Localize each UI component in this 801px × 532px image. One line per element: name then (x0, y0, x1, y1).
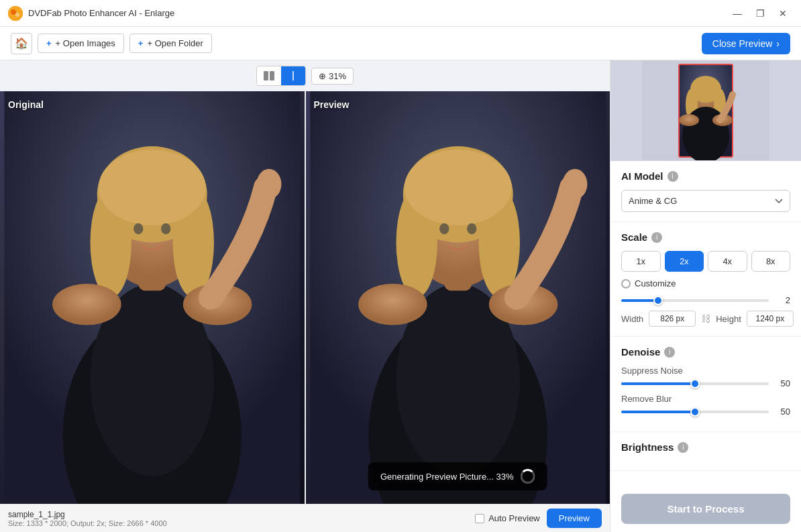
maximize-button[interactable]: ❐ (750, 5, 770, 21)
home-icon: 🏠 (15, 37, 28, 50)
toolbar-right: Close Preview › (702, 33, 790, 54)
suppress-slider-thumb[interactable] (690, 379, 700, 388)
open-folder-label: + Open Folder (147, 38, 203, 48)
brightness-title: Brightness (621, 441, 674, 453)
customize-radio[interactable] (621, 279, 631, 288)
suppress-slider-value: 50 (774, 378, 790, 388)
close-button[interactable]: ✕ (773, 5, 793, 21)
svg-point-32 (358, 284, 427, 325)
close-preview-button[interactable]: Close Preview › (702, 33, 790, 54)
split-view-button[interactable] (257, 66, 281, 85)
scale-slider-value: 2 (774, 295, 790, 305)
link-dimensions-icon[interactable]: ⛓ (701, 313, 710, 324)
scale-slider-track[interactable] (621, 299, 769, 302)
remove-blur-label: Remove Blur (621, 394, 790, 404)
brightness-header: Brightness i (621, 441, 790, 453)
original-person-svg (0, 91, 305, 504)
compare-view-button[interactable] (281, 66, 305, 85)
toolbar: 🏠 + + Open Images + + Open Folder Close … (0, 27, 801, 60)
loading-spinner (521, 469, 535, 484)
right-panel: AI Model i Anime & CG Real-World Portrai… (610, 60, 801, 532)
scale-slider-thumb[interactable] (653, 296, 663, 305)
open-images-button[interactable]: + + Open Images (38, 34, 124, 53)
plus-icon: + (46, 38, 52, 48)
svg-point-34 (562, 169, 587, 199)
svg-point-1 (11, 9, 16, 15)
width-label: Width (621, 314, 643, 324)
svg-point-31 (467, 223, 476, 234)
suppress-slider-fill (621, 382, 695, 385)
start-process-button[interactable]: Start to Process (621, 494, 790, 524)
scale-4x-button[interactable]: 4x (708, 251, 747, 272)
customize-label: Customize (635, 278, 676, 288)
start-btn-area: Start to Process (610, 486, 801, 532)
scale-8x-button[interactable]: 8x (751, 251, 791, 272)
remove-blur-slider-track[interactable] (621, 411, 769, 413)
ai-model-info-icon[interactable]: i (668, 171, 678, 182)
home-button[interactable]: 🏠 (11, 33, 32, 54)
status-bar-right: Auto Preview Preview (475, 509, 602, 528)
original-label: Original (8, 99, 44, 110)
auto-preview-checkbox[interactable] (475, 514, 484, 523)
open-folder-button[interactable]: + + Open Folder (129, 34, 212, 53)
open-images-label: + Open Images (56, 38, 115, 48)
svg-point-15 (99, 150, 206, 225)
ai-model-dropdown[interactable]: Anime & CG Real-World Portrait (621, 190, 790, 212)
denoise-header: Denoise i (621, 346, 790, 358)
brightness-info-icon[interactable]: i (678, 442, 688, 453)
scale-slider-fill (621, 299, 658, 302)
view-toggle (256, 66, 306, 86)
status-bar-left: sample_1_1.jpg Size: 1333 * 2000; Output… (8, 510, 167, 527)
generating-text: Generating Preview Picture... 33% (380, 472, 514, 482)
scale-slider-row: 2 (621, 295, 790, 305)
remove-blur-slider-row: 50 (621, 407, 790, 417)
scale-buttons: 1x 2x 4x 8x (621, 251, 790, 272)
height-input[interactable] (747, 311, 794, 327)
svg-point-16 (134, 223, 143, 234)
remove-blur-slider-fill (621, 411, 695, 413)
file-name: sample_1_1.jpg (8, 510, 167, 519)
preview-image-bg: Preview (306, 91, 610, 504)
svg-rect-4 (270, 71, 274, 81)
ai-model-title: AI Model (621, 170, 663, 182)
suppress-noise-label: Suppress Noise (621, 366, 790, 376)
svg-point-30 (439, 223, 449, 234)
ai-model-header: AI Model i (621, 170, 790, 182)
height-label: Height (716, 314, 741, 324)
svg-point-44 (679, 114, 699, 126)
window-controls: — ❐ ✕ (727, 5, 793, 21)
svg-point-2 (15, 13, 19, 17)
status-bar: sample_1_1.jpg Size: 1333 * 2000; Output… (0, 504, 610, 532)
suppress-slider-track[interactable] (621, 382, 769, 385)
preview-label: Preview (314, 99, 350, 110)
remove-blur-slider-thumb[interactable] (690, 407, 700, 417)
original-image-bg: Original (0, 91, 305, 504)
minimize-button[interactable]: — (727, 5, 747, 21)
remove-blur-slider-value: 50 (774, 407, 790, 417)
svg-rect-3 (264, 71, 268, 81)
plus-folder-icon: + (138, 38, 144, 48)
arrow-right-icon: › (776, 38, 780, 49)
svg-point-20 (257, 169, 282, 199)
width-input[interactable] (649, 311, 696, 327)
image-comparison-area: Original (0, 91, 610, 504)
preview-image-panel: Preview (306, 91, 610, 504)
view-controls: ⊕ 31% (0, 60, 610, 91)
svg-point-29 (404, 150, 511, 225)
scale-info-icon[interactable]: i (651, 232, 662, 243)
denoise-info-icon[interactable]: i (664, 347, 675, 358)
left-panel: ⊕ 31% Original (0, 60, 610, 532)
denoise-section: Denoise i Suppress Noise 50 Remove Blur … (610, 337, 801, 432)
auto-preview-label[interactable]: Auto Preview (475, 513, 540, 523)
scale-1x-button[interactable]: 1x (621, 251, 661, 272)
scale-section: Scale i 1x 2x 4x 8x Customize 2 (610, 222, 801, 337)
zoom-level: 31% (329, 71, 346, 81)
original-image-panel: Original (0, 91, 305, 504)
zoom-indicator: ⊕ 31% (311, 68, 354, 85)
preview-button[interactable]: Preview (547, 509, 602, 528)
denoise-title: Denoise (621, 346, 660, 358)
file-info: Size: 1333 * 2000; Output: 2x; Size: 266… (8, 519, 167, 527)
preview-person-svg (306, 91, 610, 504)
scale-header: Scale i (621, 231, 790, 243)
scale-2x-button[interactable]: 2x (665, 251, 704, 272)
